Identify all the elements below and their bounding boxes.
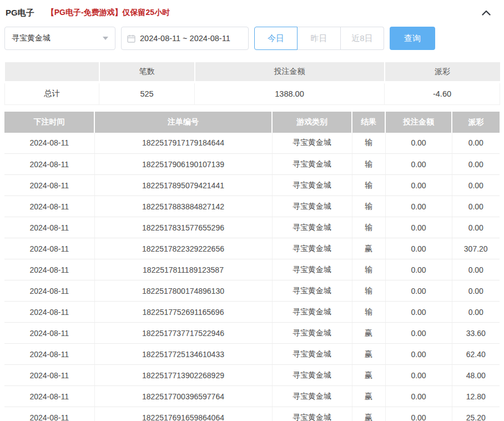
table-cell: 0.00 bbox=[385, 365, 452, 386]
quick-range-group: 今日 昨日 近8日 bbox=[254, 27, 384, 50]
table-cell: 25.20 bbox=[452, 407, 500, 421]
chevron-up-icon bbox=[482, 10, 491, 16]
table-cell: 2024-08-11 bbox=[4, 238, 94, 259]
table-cell: 0.00 bbox=[385, 344, 452, 365]
table-cell: 2024-08-11 bbox=[4, 302, 94, 323]
table-row: 2024-08-111822517822329222656寻宝黄金城赢0.003… bbox=[4, 238, 500, 259]
table-cell: 1822517691659864064 bbox=[94, 407, 272, 421]
table-row: 2024-08-111822517917179184644寻宝黄金城输0.000… bbox=[4, 133, 500, 154]
summary-header-payout: 派彩 bbox=[385, 62, 500, 82]
table-row: 2024-08-111822517752691165696寻宝黄金城输0.000… bbox=[4, 302, 500, 323]
table-cell: 0.00 bbox=[385, 217, 452, 238]
calendar-icon bbox=[127, 34, 135, 43]
table-cell: 寻宝黄金城 bbox=[272, 196, 352, 217]
table-cell: 1822517700396597764 bbox=[94, 386, 272, 407]
table-cell: 62.40 bbox=[452, 344, 500, 365]
table-cell: 0.00 bbox=[385, 175, 452, 196]
table-cell: 输 bbox=[352, 217, 385, 238]
last8days-button[interactable]: 近8日 bbox=[341, 27, 384, 50]
pg-records-panel: PG电子 【PG电子-免费游戏】仅保留25小时 寻宝黄金城 2024-08-11… bbox=[0, 0, 504, 421]
table-row: 2024-08-111822517725134610433寻宝黄金城赢0.006… bbox=[4, 344, 500, 365]
filter-bar: 寻宝黄金城 2024-08-11 ~ 2024-08-11 今日 昨日 近8日 … bbox=[4, 27, 500, 50]
table-cell: 0.00 bbox=[452, 133, 500, 154]
table-cell: 2024-08-11 bbox=[4, 133, 94, 154]
summary-header-count: 笔数 bbox=[99, 62, 195, 82]
table-cell: 赢 bbox=[352, 238, 385, 259]
table-cell: 寻宝黄金城 bbox=[272, 217, 352, 238]
yesterday-button[interactable]: 昨日 bbox=[298, 27, 341, 50]
table-cell: 寻宝黄金城 bbox=[272, 154, 352, 175]
table-cell: 0.00 bbox=[452, 259, 500, 280]
summary-header-blank bbox=[5, 62, 99, 82]
table-row: 2024-08-111822517883884827142寻宝黄金城输0.000… bbox=[4, 196, 500, 217]
table-cell: 0.00 bbox=[385, 154, 452, 175]
summary-header-bet: 投注金额 bbox=[195, 62, 385, 82]
table-row: 2024-08-111822517811189123587寻宝黄金城输0.000… bbox=[4, 259, 500, 280]
table-cell: 赢 bbox=[352, 323, 385, 344]
table-row: 2024-08-111822517800174896130寻宝黄金城输0.000… bbox=[4, 280, 500, 302]
table-cell: 寻宝黄金城 bbox=[272, 365, 352, 386]
col-header-bet-time: 下注时间 bbox=[4, 112, 94, 133]
table-cell: 输 bbox=[352, 302, 385, 323]
table-cell: 1822517822329222656 bbox=[94, 238, 272, 259]
table-cell: 2024-08-11 bbox=[4, 407, 94, 421]
table-cell: 0.00 bbox=[385, 238, 452, 259]
table-cell: 1822517713902268929 bbox=[94, 365, 272, 386]
table-cell: 寻宝黄金城 bbox=[272, 302, 352, 323]
table-cell: 赢 bbox=[352, 365, 385, 386]
table-cell: 输 bbox=[352, 196, 385, 217]
table-cell: 赢 bbox=[352, 344, 385, 365]
col-header-bet-amount: 投注金额 bbox=[385, 112, 452, 133]
table-cell: 2024-08-11 bbox=[4, 196, 94, 217]
table-cell: 0.00 bbox=[385, 196, 452, 217]
game-select-value: 寻宝黄金城 bbox=[12, 33, 51, 43]
table-cell: 12.80 bbox=[452, 386, 500, 407]
table-cell: 2024-08-11 bbox=[4, 154, 94, 175]
table-cell: 0.00 bbox=[452, 302, 500, 323]
table-cell: 0.00 bbox=[385, 323, 452, 344]
table-cell: 输 bbox=[352, 175, 385, 196]
table-cell: 寻宝黄金城 bbox=[272, 175, 352, 196]
summary-total-payout: -4.60 bbox=[385, 82, 500, 104]
table-cell: 2024-08-11 bbox=[4, 344, 94, 365]
table-cell: 2024-08-11 bbox=[4, 323, 94, 344]
table-cell: 307.20 bbox=[452, 238, 500, 259]
table-cell: 0.00 bbox=[452, 280, 500, 302]
col-header-order-id: 注单编号 bbox=[94, 112, 272, 133]
table-cell: 寻宝黄金城 bbox=[272, 133, 352, 154]
table-cell: 寻宝黄金城 bbox=[272, 386, 352, 407]
caret-down-icon bbox=[103, 37, 108, 40]
table-cell: 0.00 bbox=[452, 154, 500, 175]
table-cell: 1822517883884827142 bbox=[94, 196, 272, 217]
table-row: 2024-08-111822517906190107139寻宝黄金城输0.000… bbox=[4, 154, 500, 175]
summary-total-label: 总计 bbox=[5, 82, 99, 104]
date-range-input[interactable]: 2024-08-11 ~ 2024-08-11 bbox=[121, 27, 249, 50]
table-cell: 2024-08-11 bbox=[4, 365, 94, 386]
col-header-game-type: 游戏类别 bbox=[272, 112, 352, 133]
search-button[interactable]: 查询 bbox=[390, 27, 435, 50]
table-cell: 2024-08-11 bbox=[4, 386, 94, 407]
summary-total-row: 总计 525 1388.00 -4.60 bbox=[5, 82, 500, 104]
table-cell: 1822517895079421441 bbox=[94, 175, 272, 196]
table-cell: 2024-08-11 bbox=[4, 259, 94, 280]
summary-table: 笔数 投注金额 派彩 总计 525 1388.00 -4.60 bbox=[4, 62, 500, 105]
table-cell: 1822517725134610433 bbox=[94, 344, 272, 365]
table-row: 2024-08-111822517895079421441寻宝黄金城输0.000… bbox=[4, 175, 500, 196]
table-cell: 寻宝黄金城 bbox=[272, 407, 352, 421]
table-cell: 输 bbox=[352, 259, 385, 280]
table-cell: 1822517811189123587 bbox=[94, 259, 272, 280]
col-header-payout: 派彩 bbox=[452, 112, 500, 133]
table-cell: 0.00 bbox=[452, 217, 500, 238]
summary-header-row: 笔数 投注金额 派彩 bbox=[5, 62, 500, 82]
table-cell: 寻宝黄金城 bbox=[272, 259, 352, 280]
summary-total-count: 525 bbox=[99, 82, 195, 104]
table-cell: 寻宝黄金城 bbox=[272, 280, 352, 302]
table-cell: 0.00 bbox=[385, 133, 452, 154]
today-button[interactable]: 今日 bbox=[254, 27, 298, 50]
table-cell: 0.00 bbox=[385, 259, 452, 280]
collapse-button[interactable] bbox=[481, 7, 492, 18]
table-cell: 0.00 bbox=[385, 280, 452, 302]
game-select[interactable]: 寻宝黄金城 bbox=[4, 27, 115, 50]
table-cell: 1822517917179184644 bbox=[94, 133, 272, 154]
date-range-value: 2024-08-11 ~ 2024-08-11 bbox=[140, 34, 230, 43]
